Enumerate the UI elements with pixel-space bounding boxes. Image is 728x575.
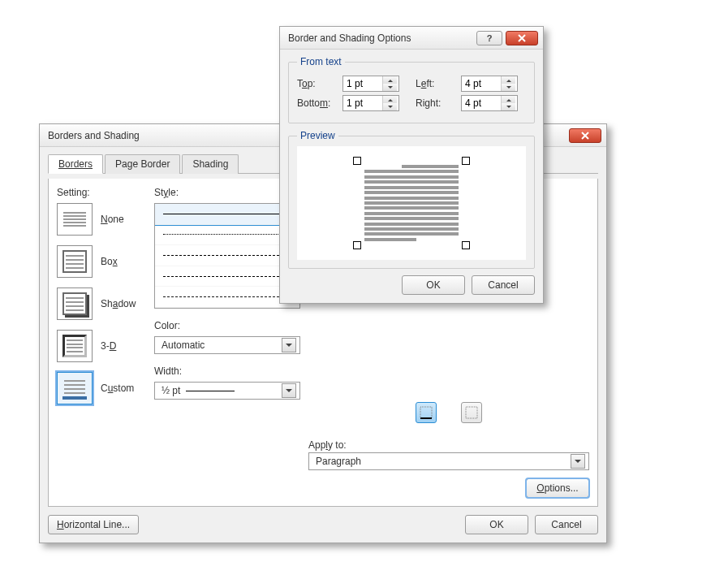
bottom-label: Bottom: xyxy=(297,97,339,109)
bottom-spinner[interactable] xyxy=(342,95,399,111)
spin-down-icon[interactable] xyxy=(383,103,397,110)
left-input[interactable] xyxy=(462,76,501,91)
options-button[interactable]: Options... xyxy=(526,478,589,498)
setting-box[interactable]: Box xyxy=(57,245,146,278)
help-icon[interactable] xyxy=(476,31,502,45)
spin-down-icon[interactable] xyxy=(383,84,397,91)
tab-shading[interactable]: Shading xyxy=(182,154,239,174)
color-combo[interactable]: Automatic xyxy=(154,336,300,354)
svg-rect-2 xyxy=(466,407,477,418)
right-label: Right: xyxy=(416,97,458,109)
chevron-down-icon[interactable] xyxy=(571,454,585,469)
titlebar: Border and Shading Options xyxy=(280,27,543,50)
border-bottom-toggle[interactable] xyxy=(416,402,437,423)
preview-group: Preview xyxy=(288,130,535,269)
bottom-input[interactable] xyxy=(343,96,382,110)
left-label: Left: xyxy=(416,78,458,89)
left-spinner[interactable] xyxy=(461,76,518,92)
dialog-title: Border and Shading Options xyxy=(288,32,411,44)
top-label: Top: xyxy=(297,78,339,89)
top-input[interactable] xyxy=(343,76,382,91)
dialog-title: Borders and Shading xyxy=(48,130,140,141)
style-list[interactable] xyxy=(154,203,300,309)
setting-shadow[interactable]: Shadow xyxy=(57,288,146,320)
color-label: Color: xyxy=(154,320,300,331)
preview-area xyxy=(297,146,526,260)
right-input[interactable] xyxy=(462,96,501,110)
tab-borders[interactable]: Borders xyxy=(48,154,103,174)
setting-label: Setting: xyxy=(57,187,146,198)
border-and-shading-options-dialog: Border and Shading Options From text Top… xyxy=(279,26,544,304)
spin-up-icon[interactable] xyxy=(502,76,515,84)
setting-3d[interactable]: 3-D xyxy=(57,330,146,362)
apply-to-combo[interactable]: Paragraph xyxy=(308,452,589,470)
close-icon[interactable] xyxy=(569,128,601,143)
from-text-legend: From text xyxy=(297,56,345,67)
horizontal-line-button[interactable]: Horizontal Line... xyxy=(48,515,139,534)
top-spinner[interactable] xyxy=(342,76,399,92)
cancel-button[interactable]: Cancel xyxy=(472,275,535,295)
setting-none[interactable]: None xyxy=(57,203,146,236)
from-text-group: From text Top: Bottom: xyxy=(288,56,535,123)
svg-rect-0 xyxy=(420,407,432,418)
preview-legend: Preview xyxy=(297,130,338,141)
chevron-down-icon[interactable] xyxy=(282,383,296,398)
setting-custom[interactable]: Custom xyxy=(57,372,146,404)
spin-up-icon[interactable] xyxy=(383,96,397,103)
tab-page-border[interactable]: Page Border xyxy=(105,154,180,174)
spin-up-icon[interactable] xyxy=(383,76,397,84)
ok-button[interactable]: OK xyxy=(402,275,465,295)
ok-button[interactable]: OK xyxy=(465,515,528,534)
width-label: Width: xyxy=(154,365,300,377)
right-spinner[interactable] xyxy=(461,95,518,111)
spin-down-icon[interactable] xyxy=(502,84,515,91)
spin-down-icon[interactable] xyxy=(502,103,515,110)
border-right-toggle[interactable] xyxy=(461,402,482,423)
spin-up-icon[interactable] xyxy=(502,96,515,103)
cancel-button[interactable]: Cancel xyxy=(535,515,598,534)
close-icon[interactable] xyxy=(506,31,538,45)
width-combo[interactable]: ½ pt xyxy=(154,382,300,400)
style-label: Style: xyxy=(154,187,300,198)
chevron-down-icon[interactable] xyxy=(282,338,296,352)
apply-to-label: Apply to: xyxy=(308,439,589,451)
